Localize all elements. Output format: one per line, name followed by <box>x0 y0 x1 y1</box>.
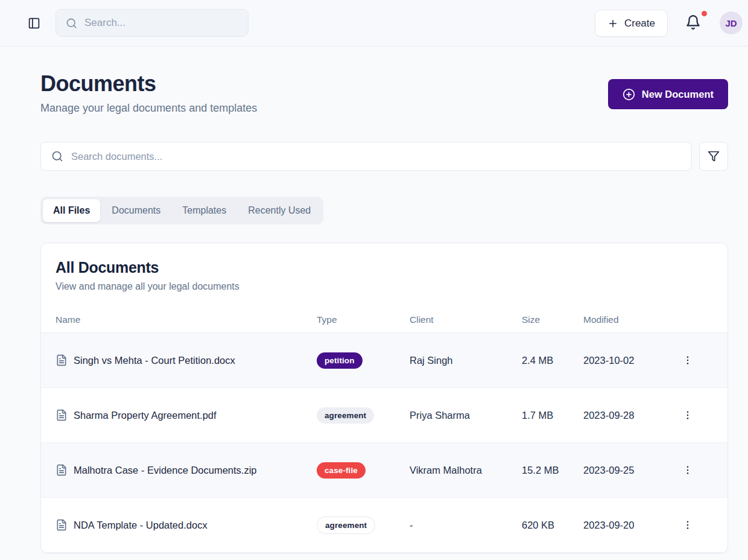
card-header: All Documents View and manage all your l… <box>41 243 727 292</box>
size-cell: 1.7 MB <box>522 410 583 421</box>
card-title: All Documents <box>55 259 713 276</box>
new-document-button[interactable]: New Document <box>608 79 728 109</box>
tab-documents[interactable]: Documents <box>101 199 171 222</box>
kebab-menu-icon <box>682 465 693 476</box>
file-text-icon <box>55 464 68 476</box>
circle-plus-icon <box>623 88 635 101</box>
notifications <box>685 14 703 33</box>
file-name: NDA Template - Updated.docx <box>74 520 208 531</box>
client-cell: Priya Sharma <box>410 410 522 421</box>
file-name: Singh vs Mehta - Court Petition.docx <box>74 355 235 366</box>
row-actions-button[interactable] <box>680 517 696 533</box>
card-subtitle: View and manage all your legal documents <box>55 281 713 292</box>
modified-cell: 2023-09-28 <box>583 410 680 421</box>
notification-dot <box>702 11 707 16</box>
page-subtitle: Manage your legal documents and template… <box>40 102 257 115</box>
type-badge: case-file <box>317 462 366 479</box>
client-cell: Vikram Malhotra <box>410 465 522 476</box>
table-header: Name Type Client Size Modified <box>41 307 727 333</box>
avatar[interactable]: JD <box>720 11 743 34</box>
size-cell: 2.4 MB <box>522 355 583 366</box>
file-text-icon <box>55 519 68 531</box>
file-name-cell: Singh vs Mehta - Court Petition.docx <box>55 354 317 366</box>
topbar: Create JD <box>0 0 748 46</box>
global-search-input[interactable] <box>84 17 238 29</box>
document-search-input[interactable] <box>71 151 681 162</box>
modified-cell: 2023-09-25 <box>583 465 680 476</box>
panel-left-icon <box>28 17 40 30</box>
search-icon <box>66 18 77 29</box>
search-icon <box>51 150 63 162</box>
table-row[interactable]: Singh vs Mehta - Court Petition.docx pet… <box>41 333 727 388</box>
filter-funnel-icon <box>708 150 720 162</box>
modified-cell: 2023-10-02 <box>583 355 680 366</box>
modified-cell: 2023-09-20 <box>583 520 680 531</box>
bell-icon <box>685 14 701 30</box>
document-search <box>40 142 692 171</box>
main-content: Documents Manage your legal documents an… <box>0 71 748 553</box>
type-badge: agreement <box>317 517 375 534</box>
document-search-row <box>40 142 728 171</box>
tab-templates[interactable]: Templates <box>172 199 236 222</box>
column-header-client: Client <box>410 314 522 325</box>
table-row[interactable]: Sharma Property Agreement.pdf agreement … <box>41 388 727 443</box>
size-cell: 15.2 MB <box>522 465 583 476</box>
tab-recently-used[interactable]: Recently Used <box>238 199 321 222</box>
plus-icon <box>607 18 618 29</box>
global-search <box>55 9 249 37</box>
file-name-cell: Sharma Property Agreement.pdf <box>55 409 317 421</box>
column-header-name: Name <box>55 314 317 325</box>
type-badge: agreement <box>317 407 374 424</box>
file-name: Malhotra Case - Evidence Documents.zip <box>74 465 257 476</box>
column-header-modified: Modified <box>583 314 680 325</box>
table-row[interactable]: Malhotra Case - Evidence Documents.zip c… <box>41 443 727 498</box>
file-text-icon <box>55 354 68 366</box>
create-button-label: Create <box>624 18 655 30</box>
kebab-menu-icon <box>682 410 693 421</box>
new-document-label: New Document <box>642 89 714 100</box>
type-badge: petition <box>317 352 363 369</box>
column-header-type: Type <box>317 314 410 325</box>
file-name-cell: Malhotra Case - Evidence Documents.zip <box>55 464 317 476</box>
file-tabs: All Files Documents Templates Recently U… <box>40 197 323 224</box>
notifications-button[interactable] <box>685 14 701 32</box>
page-header: Documents Manage your legal documents an… <box>40 71 728 115</box>
row-actions-button[interactable] <box>680 407 696 423</box>
client-cell: Raj Singh <box>410 355 522 366</box>
row-actions-button[interactable] <box>680 352 696 368</box>
create-button[interactable]: Create <box>595 10 668 37</box>
kebab-menu-icon <box>682 355 693 366</box>
tab-all-files[interactable]: All Files <box>43 199 100 222</box>
kebab-menu-icon <box>682 520 693 530</box>
row-actions-button[interactable] <box>680 462 696 478</box>
table-row[interactable]: NDA Template - Updated.docx agreement - … <box>41 498 727 553</box>
all-documents-card: All Documents View and manage all your l… <box>40 243 728 553</box>
file-name: Sharma Property Agreement.pdf <box>74 410 217 421</box>
column-header-size: Size <box>522 314 583 325</box>
client-cell: - <box>410 520 522 531</box>
sidebar-toggle-button[interactable] <box>27 16 42 31</box>
page-title: Documents <box>40 71 257 97</box>
filter-button[interactable] <box>699 142 728 171</box>
file-text-icon <box>55 409 68 421</box>
file-name-cell: NDA Template - Updated.docx <box>55 519 317 531</box>
size-cell: 620 KB <box>522 520 583 531</box>
